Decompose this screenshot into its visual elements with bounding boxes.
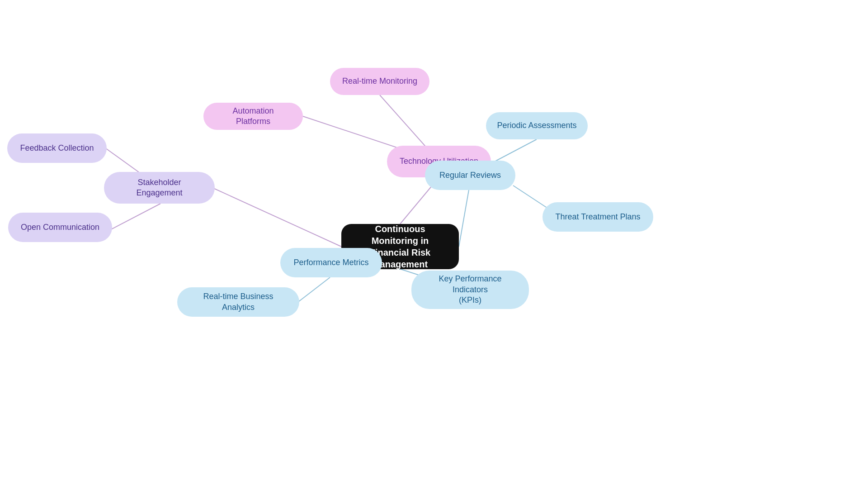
open-communication-node: Open Communication bbox=[8, 213, 112, 242]
svg-line-6 bbox=[459, 190, 469, 247]
regular-reviews-label: Regular Reviews bbox=[439, 170, 501, 181]
svg-line-3 bbox=[212, 188, 341, 247]
performance-metrics-label: Performance Metrics bbox=[293, 257, 368, 268]
automation-platforms-label: Automation Platforms bbox=[214, 106, 292, 127]
stakeholder-engagement-label: Stakeholder Engagement bbox=[115, 177, 204, 199]
realtime-monitoring-label: Real-time Monitoring bbox=[342, 76, 417, 86]
kpi-node: Key Performance Indicators (KPIs) bbox=[411, 271, 529, 309]
stakeholder-engagement-node: Stakeholder Engagement bbox=[104, 172, 215, 204]
realtime-business-analytics-label: Real-time Business Analytics bbox=[188, 291, 288, 313]
open-communication-label: Open Communication bbox=[21, 222, 99, 233]
periodic-assessments-label: Periodic Assessments bbox=[497, 120, 576, 131]
feedback-collection-node: Feedback Collection bbox=[7, 133, 107, 163]
threat-treatment-plans-label: Threat Treatment Plans bbox=[555, 212, 640, 222]
svg-line-11 bbox=[298, 277, 330, 302]
realtime-business-analytics-node: Real-time Business Analytics bbox=[177, 287, 299, 317]
realtime-monitoring-node: Real-time Monitoring bbox=[330, 68, 429, 95]
performance-metrics-node: Performance Metrics bbox=[280, 248, 382, 277]
threat-treatment-plans-node: Threat Treatment Plans bbox=[542, 202, 653, 232]
automation-platforms-node: Automation Platforms bbox=[203, 103, 303, 130]
feedback-collection-label: Feedback Collection bbox=[20, 143, 94, 153]
svg-line-5 bbox=[108, 204, 160, 231]
regular-reviews-node: Regular Reviews bbox=[425, 161, 515, 190]
kpi-label: Key Performance Indicators (KPIs) bbox=[422, 274, 518, 305]
periodic-assessments-node: Periodic Assessments bbox=[486, 112, 588, 139]
